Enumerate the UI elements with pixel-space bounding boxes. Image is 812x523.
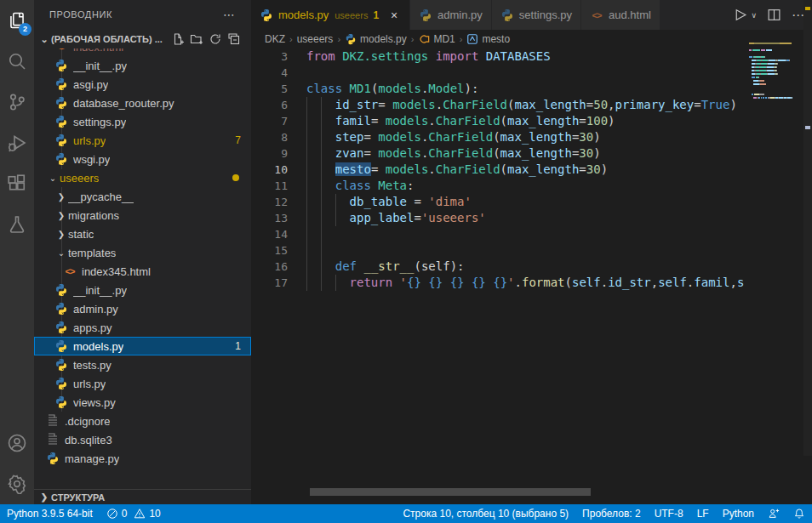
run-icon[interactable] (733, 8, 747, 22)
tree-file--init-py[interactable]: __init__.py (34, 281, 251, 299)
breadcrumb-item-md1[interactable]: MD1 (418, 33, 455, 45)
eol[interactable]: LF (690, 504, 716, 523)
line-number: 4 (251, 65, 288, 81)
overview-ruler[interactable] (803, 0, 812, 456)
tree-file-wsgi-py[interactable]: wsgi.py (34, 150, 251, 168)
close-icon[interactable]: × (387, 9, 401, 22)
code-line-9[interactable]: 9 zvan= models.CharField(max_length=30) (251, 145, 749, 162)
code-line-12[interactable]: 12 db_table = 'dima' (251, 194, 749, 210)
tree-item-label: db.sqlite3 (65, 434, 112, 446)
python-file-icon (260, 9, 273, 22)
tree-file-db-sqlite3[interactable]: db.sqlite3 (34, 430, 251, 449)
status-bar-right: Строка 10, столбец 10 (выбрано 5)Пробело… (396, 504, 812, 523)
python-file-icon (54, 134, 68, 147)
cursor-position[interactable]: Строка 10, столбец 10 (выбрано 5) (396, 504, 575, 523)
code-line-5[interactable]: 5class MD1(models.Model): (251, 81, 749, 97)
line-number: 7 (251, 113, 288, 129)
run-dropdown-chevron-icon[interactable]: ∨ (751, 11, 757, 20)
horizontal-scrollbar[interactable] (310, 488, 591, 496)
new-folder-icon[interactable] (190, 32, 203, 46)
tree-item-label: __pycache__ (68, 190, 134, 203)
code-line-13[interactable]: 13 app_label='useeers' (251, 210, 749, 226)
tree-file-apps-py[interactable]: apps.py (34, 318, 251, 337)
code-line-16[interactable]: 16 def __str__(self): (251, 259, 749, 275)
sidebar-title: ПРОВОДНИК (49, 0, 112, 30)
code-line-11[interactable]: 11 class Meta: (251, 178, 749, 194)
tab-admin-py[interactable]: admin.py (410, 0, 492, 30)
code-line-4[interactable]: 4 (251, 65, 749, 81)
tree-item-label: urls.py (73, 378, 106, 390)
workspace-section-header[interactable]: ⌄ (РАБОЧАЯ ОБЛАСТЬ) ... (34, 30, 251, 48)
explorer-sidebar: ПРОВОДНИК ⋯ ⌄ (РАБОЧАЯ ОБЛАСТЬ) ... <>in… (34, 0, 251, 504)
class-symbol-icon (418, 33, 430, 45)
encoding[interactable]: UTF-8 (648, 504, 690, 523)
tab-label: admin.py (437, 9, 483, 21)
line-number: 13 (251, 210, 288, 226)
code-line-7[interactable]: 7 famil= models.CharField(max_length=100… (251, 113, 749, 129)
code-editor[interactable]: 3from DKZ.settings import DATABASES45cla… (251, 48, 749, 488)
breadcrumb-item-mesto[interactable]: mesto (466, 33, 510, 45)
code-line-6[interactable]: 6 id_str= models.CharField(max_length=50… (251, 97, 749, 113)
tab-aud-html[interactable]: <>aud.html (581, 0, 660, 30)
chevron-down-icon: ⌄ (46, 173, 60, 183)
tree-folder-templates[interactable]: ⌄templates (34, 243, 251, 262)
breadcrumb-item-useeers[interactable]: useeers (297, 33, 334, 45)
explorer-icon[interactable]: 2 (0, 0, 34, 41)
tree-file-admin-py[interactable]: admin.py (34, 299, 251, 318)
sidebar-more-icon[interactable]: ⋯ (223, 0, 236, 30)
code-line-8[interactable]: 8 step= models.CharField(max_length=30) (251, 129, 749, 145)
outline-section-header[interactable]: ❯ СТРУКТУРА (34, 489, 251, 504)
tree-file-manage-py[interactable]: manage.py (34, 449, 251, 468)
code-line-10[interactable]: 10 mesto= models.CharField(max_length=30… (251, 162, 749, 178)
source-control-icon[interactable] (0, 82, 34, 122)
indentation[interactable]: Пробелов: 2 (575, 504, 648, 523)
minimap[interactable] (749, 43, 803, 298)
problems-status[interactable]: 010 (100, 504, 168, 523)
tree-folder-static[interactable]: ❯static (34, 225, 251, 243)
tree-file-settings-py[interactable]: settings.py (34, 112, 251, 131)
tree-file-index-html[interactable]: <>index.html (34, 48, 251, 56)
tree-item-label: tests.py (73, 359, 112, 372)
run-debug-icon[interactable] (0, 122, 34, 163)
notifications[interactable] (786, 504, 812, 523)
breadcrumb-item-models-py[interactable]: models.py (345, 33, 407, 45)
code-line-15[interactable]: 15 (251, 242, 749, 259)
breadcrumb-item-dkz[interactable]: DKZ (265, 33, 285, 45)
split-editor-icon[interactable] (767, 8, 781, 22)
tree-folder--pycache-[interactable]: ❯__pycache__ (34, 187, 251, 206)
tree-folder-migrations[interactable]: ❯migrations (34, 206, 251, 225)
code-line-17[interactable]: 17 return '{} {} {} {} {}'.format(self.i… (251, 275, 749, 291)
feedback[interactable] (761, 504, 786, 523)
tree-file--init-py[interactable]: __init__.py (34, 56, 251, 75)
search-icon[interactable] (0, 41, 34, 82)
collapse-all-icon[interactable] (227, 32, 241, 46)
breadcrumb: DKZ›useeers›models.py›MD1›mesto (251, 30, 812, 48)
tree-file-asgi-py[interactable]: asgi.py (34, 75, 251, 94)
chevron-down-icon: ⌄ (54, 248, 68, 258)
code-line-14[interactable]: 14 (251, 226, 749, 242)
python-file-icon (54, 302, 68, 316)
tree-folder-useeers[interactable]: ⌄useeers (34, 168, 251, 187)
tree-file-index345-html[interactable]: <>index345.html (34, 262, 251, 281)
tree-item-label: asgi.py (73, 78, 108, 91)
tree-item-label: models.py (73, 340, 123, 353)
tab-models-py[interactable]: models.pyuseeers1× (251, 0, 410, 30)
testing-icon[interactable] (0, 204, 34, 245)
settings-gear-icon[interactable] (0, 463, 34, 504)
code-line-3[interactable]: 3from DKZ.settings import DATABASES (251, 48, 749, 65)
python-interpreter[interactable]: Python 3.9.5 64-bit (0, 504, 100, 523)
refresh-icon[interactable] (209, 32, 222, 46)
tab-settings-py[interactable]: settings.py (492, 0, 581, 30)
tree-file-tests-py[interactable]: tests.py (34, 355, 251, 374)
tree-file--dcignore[interactable]: .dcignore (34, 412, 251, 430)
python-file-icon (54, 283, 68, 297)
tree-file-urls-py[interactable]: urls.py (34, 374, 251, 393)
new-file-icon[interactable] (171, 32, 185, 46)
tree-file-database-roouter-py[interactable]: database_roouter.py (34, 94, 251, 112)
extensions-icon[interactable] (0, 163, 34, 204)
tree-file-urls-py[interactable]: urls.py7 (34, 131, 251, 150)
tree-file-views-py[interactable]: views.py (34, 393, 251, 412)
language-mode[interactable]: Python (716, 504, 761, 523)
tree-file-models-py[interactable]: models.py1 (34, 337, 251, 355)
account-icon[interactable] (0, 423, 34, 463)
